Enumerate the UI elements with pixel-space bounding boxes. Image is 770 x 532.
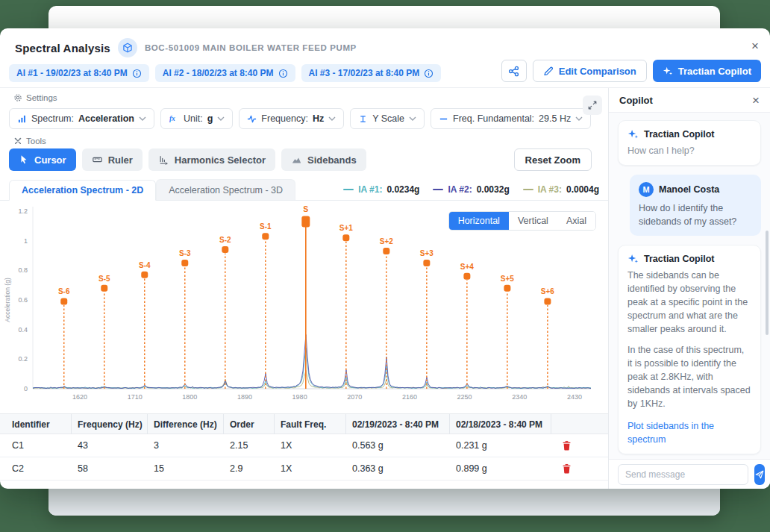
gear-icon — [13, 93, 22, 102]
send-message-input[interactable] — [618, 464, 748, 485]
orientation-vertical[interactable]: Vertical — [509, 212, 557, 230]
orientation-selector: Horizontal Vertical Axial — [448, 211, 596, 231]
table-header: Identifier Frequency (Hz) Difference (Hz… — [0, 414, 608, 434]
svg-text:S-1: S-1 — [260, 222, 272, 231]
svg-text:1710: 1710 — [128, 393, 143, 401]
cursor-tool-button[interactable]: Cursor — [9, 148, 76, 171]
legend-dash-ia2 — [433, 189, 443, 190]
bar-chart-icon — [17, 114, 27, 124]
share-button[interactable] — [501, 60, 527, 82]
page-title: Spectral Analysis — [15, 42, 110, 54]
svg-text:S+6: S+6 — [541, 287, 555, 295]
copilot-bot-message: Tractian Copilot How can I help? — [618, 120, 761, 166]
fullscreen-button[interactable] — [583, 96, 602, 115]
chart-tabs: Acceleration Spectrum - 2D Acceleration … — [0, 179, 608, 201]
copilot-input-bar — [609, 459, 770, 489]
spectrum-chart[interactable]: 00.20.40.60.811.216201710180018901980207… — [0, 201, 608, 407]
spectrum-dropdown[interactable]: Spectrum: Acceleration — [9, 108, 154, 129]
table-row: C1 43 3 2.15 1X 0.563 g 0.231 g — [0, 434, 608, 457]
answer-paragraph-2: In the case of this spectrum, it is poss… — [627, 343, 751, 410]
legend-item-ia2: IA #2: 0.0032g — [433, 184, 509, 195]
harmonics-table: Identifier Frequency (Hz) Difference (Hz… — [0, 413, 608, 481]
chevron-down-icon — [328, 116, 336, 122]
info-icon[interactable] — [132, 69, 142, 78]
info-icon[interactable] — [424, 69, 433, 78]
ruler-tool-button[interactable]: Ruler — [82, 148, 143, 171]
y-scale-icon — [358, 114, 368, 124]
harmonics-selector-tool-button[interactable]: Harmonics Selector — [148, 148, 275, 171]
cursor-icon — [19, 154, 29, 165]
svg-text:S+3: S+3 — [420, 249, 434, 257]
tab-acceleration-spectrum-3d[interactable]: Acceleration Spectrum - 3D — [156, 179, 295, 200]
tab-acceleration-spectrum-2d[interactable]: Acceleration Spectrum - 2D — [9, 180, 156, 201]
svg-text:2340: 2340 — [512, 393, 527, 401]
svg-text:S-5: S-5 — [98, 275, 110, 283]
spectral-analysis-modal: Spectral Analysis BOC-501009 MAIN BOILER… — [0, 28, 770, 489]
legend-item-ia3: IA #3: 0.0004g — [523, 184, 599, 195]
sparkle-icon — [663, 66, 673, 76]
asset-name: BOC-501009 MAIN BOILER WATER FEED PUMP — [145, 43, 357, 52]
reset-zoom-button[interactable]: Reset Zoom — [514, 148, 592, 171]
copilot-bot-answer: Tractian Copilot The sidebands can be id… — [618, 245, 761, 454]
chevron-down-icon — [139, 116, 146, 122]
send-icon — [754, 469, 765, 480]
svg-text:1.2: 1.2 — [18, 207, 28, 215]
send-message-button[interactable] — [754, 464, 765, 485]
svg-text:0: 0 — [24, 385, 28, 392]
trash-icon — [562, 463, 572, 474]
copilot-header: Copilot × — [609, 88, 770, 113]
copilot-scrollbar[interactable] — [766, 231, 769, 335]
edit-comparison-button[interactable]: Edit Comparison — [533, 60, 647, 82]
sidebands-tool-button[interactable]: Sidebands — [281, 148, 366, 171]
delete-row-button[interactable] — [562, 440, 572, 451]
svg-text:2430: 2430 — [567, 393, 582, 401]
unit-dropdown[interactable]: fx Unit: g — [160, 108, 233, 129]
measurement-pill-2[interactable]: AI #2 - 18/02/23 at 8:40 PM — [155, 64, 295, 82]
svg-text:2070: 2070 — [347, 393, 362, 401]
svg-text:S-4: S-4 — [139, 261, 151, 269]
y-scale-dropdown[interactable]: Y Scale — [350, 108, 425, 129]
modal-close-button[interactable]: × — [751, 40, 759, 52]
svg-text:1890: 1890 — [237, 393, 252, 401]
orientation-horizontal[interactable]: Horizontal — [449, 212, 509, 230]
fx-icon: fx — [169, 114, 179, 123]
measurement-pill-3[interactable]: AI #3 - 17/02/23 at 8:40 PM — [301, 64, 442, 82]
legend-dash-ia1 — [343, 189, 354, 190]
chevron-down-icon — [575, 116, 583, 122]
svg-text:S+1: S+1 — [339, 224, 354, 232]
chart-legend: IA #1: 0.0234g IA #2: 0.0032g IA #3: 0.0… — [343, 179, 608, 200]
plot-sidebands-link[interactable]: Plot sidebands in the spectrum — [627, 419, 751, 446]
modal-header: Spectral Analysis BOC-501009 MAIN BOILER… — [0, 28, 770, 88]
svg-text:S-2: S-2 — [219, 236, 231, 244]
frequency-dropdown[interactable]: Frequency: Hz — [239, 108, 344, 129]
measurement-pill-3-label: AI #3 - 17/02/23 at 8:40 PM — [309, 68, 420, 78]
header-actions: Edit Comparison Tractian Copilot — [501, 60, 761, 82]
freq-fundamental-dropdown[interactable]: Freq. Fundamental: 29.5 Hz — [431, 108, 591, 129]
measurement-pill-1[interactable]: AI #1 - 19/02/23 at 8:40 PM — [9, 64, 149, 82]
edit-comparison-label: Edit Comparison — [559, 66, 636, 77]
line-icon — [439, 114, 448, 124]
user-question: How do I identify the sidebands of my as… — [639, 201, 752, 228]
tractian-copilot-label: Tractian Copilot — [678, 66, 751, 77]
copilot-close-button[interactable]: × — [752, 94, 760, 107]
svg-text:2250: 2250 — [457, 393, 472, 401]
trash-icon — [562, 440, 572, 451]
orientation-axial[interactable]: Axial — [557, 212, 595, 230]
sidebands-icon — [291, 154, 302, 165]
ruler-icon — [92, 154, 103, 165]
delete-row-button[interactable] — [562, 463, 572, 474]
copilot-title: Copilot — [619, 95, 653, 106]
sparkle-icon — [627, 128, 639, 140]
chevron-down-icon — [217, 116, 225, 122]
asset-cube-badge — [118, 38, 137, 57]
info-icon[interactable] — [278, 69, 288, 78]
tractian-copilot-button[interactable]: Tractian Copilot — [653, 60, 761, 82]
svg-text:1980: 1980 — [292, 393, 307, 401]
svg-text:S+4: S+4 — [460, 263, 475, 271]
copilot-greeting: How can I help? — [627, 144, 751, 157]
svg-text:1: 1 — [24, 237, 28, 245]
measurement-pill-1-label: AI #1 - 19/02/23 at 8:40 PM — [16, 68, 128, 78]
expand-icon — [587, 100, 598, 110]
svg-text:S+5: S+5 — [501, 275, 515, 283]
svg-text:0.2: 0.2 — [18, 355, 28, 363]
